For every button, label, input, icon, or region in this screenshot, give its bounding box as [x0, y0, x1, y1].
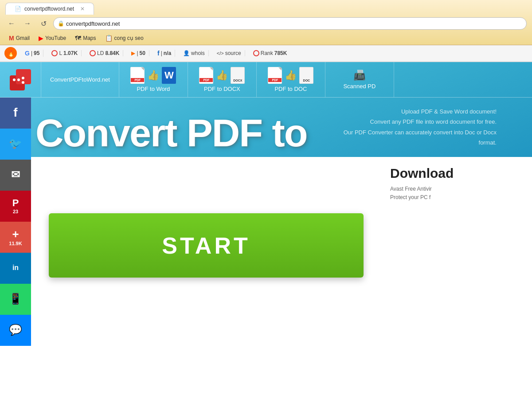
- hero-desc-line3: Our PDF Converter can accurately convert…: [328, 127, 497, 148]
- back-button[interactable]: ←: [5, 17, 18, 30]
- fb-value: n/a: [164, 50, 171, 56]
- bookmark-maps[interactable]: 🗺 Maps: [71, 34, 99, 43]
- pdf-icon-3: PDF: [268, 67, 282, 84]
- hero-desc-line2: Convert any PDF file into word document …: [328, 117, 497, 127]
- tab-title: convertpdftoword.net: [24, 6, 74, 12]
- youtube-icon: ▶: [39, 35, 43, 42]
- doc-icon: DOC: [299, 67, 313, 84]
- email-share-button[interactable]: ✉: [0, 160, 31, 191]
- bookmark-gmail[interactable]: M Gmail: [5, 34, 33, 43]
- whatsapp-share-button[interactable]: 📱: [0, 284, 31, 315]
- seo-pbt[interactable]: ▶ | 50: [128, 50, 149, 56]
- nav-item-scanned[interactable]: 📠 Scanned PD: [325, 62, 394, 97]
- nav-item-pdf-to-word[interactable]: PDF 👍 W PDF to Word: [119, 62, 188, 97]
- seo-toolbar: 🔥 G | 95 L 1.07K LD 8.84K ▶ | 50 f | n/a…: [0, 45, 532, 62]
- source-code-icon: </>: [217, 51, 224, 56]
- rank-value: 785K: [274, 50, 287, 56]
- seo-brand-icon: 🔥: [4, 47, 17, 59]
- facebook-share-button[interactable]: f: [0, 98, 31, 129]
- gplus-share-button[interactable]: + 11.9K: [0, 222, 31, 253]
- active-tab[interactable]: 📄 convertpdftoword.net ✕: [5, 3, 94, 15]
- seo-fb[interactable]: f | n/a: [154, 50, 175, 57]
- links-label: L: [59, 50, 62, 56]
- nav-scan-icons: 📠: [353, 70, 365, 81]
- bookmarks-bar: M Gmail ▶ YouTube 🗺 Maps 📋 cong cụ seo: [0, 32, 532, 45]
- google-value: 95: [34, 50, 39, 56]
- upload-card: START: [31, 157, 381, 334]
- address-bar[interactable]: [53, 17, 527, 30]
- nav-home-label: ConvertPDFtoWord.net: [50, 76, 110, 83]
- links-value: 1.07K: [63, 50, 78, 56]
- nav-controls: ← → ↺ 🔒: [0, 15, 532, 32]
- docx-icon: DOCX: [231, 67, 245, 84]
- source-label: source: [225, 50, 241, 56]
- dl-line2: Protect your PC f: [390, 193, 523, 202]
- site-content: f 🐦 ✉ P 23 + 11.9K in 📱 💬: [0, 62, 532, 334]
- lower-section: START Download Avast Free Antivir Protec…: [0, 157, 532, 334]
- nav-pdf-docx-icons: PDF 👍 DOCX: [199, 67, 245, 84]
- full-page: 📄 convertpdftoword.net ✕ ← → ↺ 🔒 M Gmail…: [0, 0, 532, 419]
- svg-point-5: [22, 77, 24, 79]
- svg-point-2: [13, 78, 16, 81]
- fb-pipe: |: [161, 50, 162, 56]
- links-circle-icon: [51, 50, 58, 56]
- lock-icon: 🔒: [58, 20, 64, 27]
- nav-item-home[interactable]: ConvertPDFtoWord.net: [41, 62, 119, 97]
- tab-favicon: 📄: [15, 6, 21, 12]
- bookmark-youtube[interactable]: ▶ YouTube: [35, 34, 70, 43]
- thumbup-icon: 👍: [147, 70, 159, 81]
- nav-pdf-docx-label: PDF to DOCX: [204, 86, 240, 92]
- pinterest-icon: P: [12, 198, 19, 208]
- reload-button[interactable]: ↺: [37, 17, 50, 30]
- twitter-share-button[interactable]: 🐦: [0, 129, 31, 160]
- rank-label: Rank: [261, 50, 273, 56]
- bookmark-seo[interactable]: 📋 cong cụ seo: [102, 34, 147, 43]
- gplus-count: 11.9K: [9, 241, 22, 246]
- word-icon: W: [162, 67, 176, 84]
- nav-pdf-word-icons: PDF 👍 W: [130, 67, 176, 84]
- pdf-icon-2: PDF: [199, 67, 213, 84]
- pinterest-count: 23: [13, 209, 18, 214]
- hero-description: Upload PDF & Save Word document! Convert…: [328, 106, 497, 148]
- twitter-icon: 🐦: [9, 138, 22, 149]
- pbt-arrow-icon: ▶: [131, 50, 135, 56]
- whois-label: whois: [191, 50, 205, 56]
- messenger-icon: 💬: [9, 325, 22, 335]
- seo-google[interactable]: G | 95: [21, 50, 43, 57]
- rank-circle-icon: [253, 50, 259, 56]
- pbt-label: |: [137, 50, 138, 56]
- pinterest-share-button[interactable]: P 23: [0, 191, 31, 222]
- facebook-icon: f: [13, 106, 17, 119]
- nav-pdf-doc-icons: PDF 👍 DOC: [268, 67, 313, 84]
- seo-icon: 📋: [105, 35, 113, 42]
- nav-item-pdf-to-docx[interactable]: PDF 👍 DOCX PDF to DOCX: [188, 62, 257, 97]
- seo-source[interactable]: </> source: [213, 50, 245, 56]
- hero-title: Convert PDF to: [35, 114, 307, 153]
- thumbup-icon-3: 👍: [285, 70, 297, 81]
- messenger-share-button[interactable]: 💬: [0, 315, 31, 346]
- site-logo: [9, 68, 32, 91]
- seo-links[interactable]: L 1.07K: [48, 50, 82, 56]
- nav-item-pdf-to-doc[interactable]: PDF 👍 DOC PDF to DOC: [257, 62, 325, 97]
- ld-circle-icon: [90, 50, 96, 56]
- seo-whois[interactable]: 👤 whois: [180, 50, 209, 56]
- thumbup-icon-2: 👍: [216, 70, 228, 81]
- google-g-icon: G: [25, 50, 30, 57]
- right-bg: Download Avast Free Antivir Protect your…: [381, 157, 532, 334]
- seo-ld[interactable]: LD 8.84K: [86, 50, 123, 56]
- hero-section: Convert PDF to Upload PDF & Save Word do…: [0, 98, 532, 157]
- tab-close-button[interactable]: ✕: [80, 6, 85, 12]
- scanner-icon: 📠: [353, 70, 365, 81]
- maps-icon: 🗺: [75, 35, 81, 42]
- bookmark-gmail-label: Gmail: [16, 35, 30, 41]
- ld-value: 8.84K: [105, 50, 119, 56]
- email-icon: ✉: [11, 169, 20, 180]
- tab-bar: 📄 convertpdftoword.net ✕: [0, 0, 532, 15]
- linkedin-share-button[interactable]: in: [0, 253, 31, 284]
- start-button[interactable]: START: [49, 213, 364, 278]
- forward-button[interactable]: →: [21, 17, 34, 30]
- nav-pdf-word-label: PDF to Word: [137, 86, 170, 92]
- gmail-icon: M: [9, 35, 14, 42]
- seo-rank[interactable]: Rank 785K: [250, 50, 291, 56]
- whois-person-icon: 👤: [183, 50, 190, 56]
